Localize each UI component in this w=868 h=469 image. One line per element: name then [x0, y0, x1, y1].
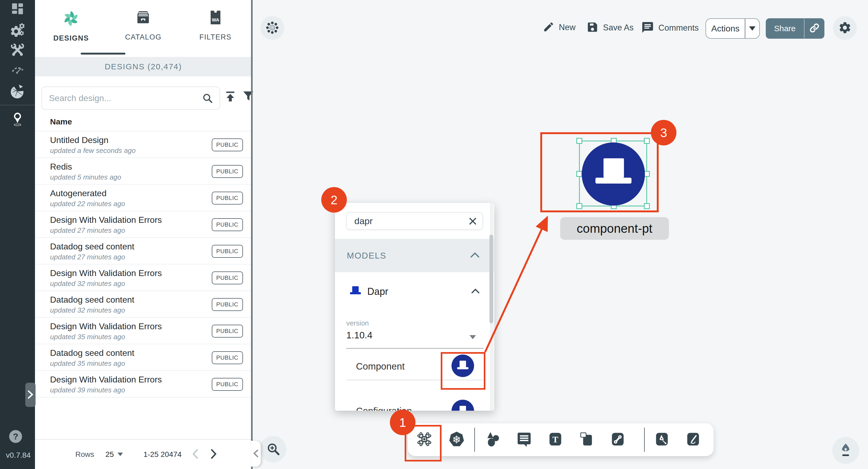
design-name: Design With Validation Errors: [50, 215, 162, 225]
component-list-item[interactable]: Configuration: [335, 383, 494, 411]
tab-catalog[interactable]: CATALOG: [107, 0, 179, 57]
previous-page-button[interactable]: [191, 448, 200, 460]
chain-link-icon: [610, 431, 626, 448]
kubernetes-tool[interactable]: [448, 431, 465, 448]
models-section-header[interactable]: MODELS: [335, 239, 494, 272]
search-icon: [202, 93, 214, 105]
design-row[interactable]: Datadog seed content updated 32 minutes …: [35, 291, 252, 317]
tab-filters-label: FILTERS: [199, 33, 232, 41]
resize-handle[interactable]: [644, 203, 650, 209]
save-as-button[interactable]: Save As: [586, 21, 633, 34]
actions-split-button[interactable]: Actions: [706, 18, 760, 39]
text-tool[interactable]: T: [547, 431, 564, 448]
design-updated: updated 35 minutes ago: [50, 333, 125, 341]
tab-catalog-label: CATALOG: [125, 33, 162, 41]
model-row-dapr[interactable]: Dapr: [335, 281, 494, 302]
toolbar-divider: [644, 428, 645, 452]
design-row[interactable]: Design With Validation Errors updated 39…: [35, 370, 252, 397]
dapr-component-node[interactable]: [582, 142, 645, 206]
design-row[interactable]: Untitled Design updated a few seconds ag…: [35, 131, 252, 158]
design-row[interactable]: Datadog seed content updated 27 minutes …: [35, 237, 252, 264]
actions-label: Actions: [706, 24, 745, 34]
rows-per-page-select[interactable]: 25: [105, 450, 123, 459]
model-search-input[interactable]: [354, 212, 465, 229]
new-design-label: New: [559, 23, 576, 32]
comments-label: Comments: [658, 23, 699, 33]
resize-handle[interactable]: [576, 171, 582, 177]
comments-button[interactable]: Comments: [641, 21, 699, 35]
component-list-item[interactable]: Component: [335, 353, 494, 380]
sidebar-item-toolbox[interactable]: [0, 41, 35, 60]
canvas-settings-button[interactable]: [833, 16, 857, 40]
tab-designs[interactable]: DESIGNS: [35, 0, 107, 57]
toolbar-divider: [474, 428, 475, 452]
design-row[interactable]: Redis updated 5 minutes ago PUBLIC: [35, 158, 252, 184]
chevron-left-icon: [253, 449, 259, 459]
import-design-button[interactable]: [223, 89, 237, 104]
design-row[interactable]: Design With Validation Errors updated 27…: [35, 211, 252, 237]
design-row[interactable]: Design With Validation Errors updated 35…: [35, 317, 252, 344]
dapr-component-icon[interactable]: [452, 355, 474, 377]
next-page-button[interactable]: [209, 448, 218, 460]
design-name: Datadog seed content: [50, 348, 134, 358]
link-tool[interactable]: [609, 431, 626, 448]
copy-link-button[interactable]: [805, 22, 825, 35]
share-split-button[interactable]: Share: [766, 18, 825, 39]
sidebar-item-kanvas[interactable]: [0, 110, 35, 129]
resize-handle[interactable]: [644, 138, 650, 144]
design-row[interactable]: Design With Validation Errors updated 32…: [35, 264, 252, 291]
scrollbar-thumb[interactable]: [489, 235, 493, 323]
design-updated: updated 27 minutes ago: [50, 253, 125, 261]
sticky-note-icon: [579, 431, 594, 448]
resize-handle[interactable]: [576, 203, 582, 209]
note-tool[interactable]: [578, 431, 595, 448]
caret-down-icon[interactable]: [469, 335, 476, 339]
shapes-tool[interactable]: [484, 431, 501, 448]
actions-dropdown-toggle[interactable]: [745, 26, 759, 31]
sidebar-item-performance[interactable]: [0, 60, 35, 79]
comment-tool[interactable]: [516, 431, 533, 448]
resize-handle[interactable]: [576, 138, 582, 144]
zoom-in-button[interactable]: [260, 436, 286, 462]
add-component-tool[interactable]: [416, 431, 433, 448]
shapes-icon: [485, 431, 501, 448]
version-select-underline: [346, 348, 484, 348]
wasm-filter-icon: WA: [208, 10, 223, 27]
drawer-resize-divider[interactable]: [251, 0, 253, 469]
canvas-dock-toggle-button[interactable]: [260, 16, 284, 40]
design-row[interactable]: Autogenerated updated 22 minutes ago PUB…: [35, 184, 252, 211]
design-mode-pen-button[interactable]: [832, 437, 859, 464]
pen-tool[interactable]: [653, 431, 671, 448]
drawer-collapse-handle[interactable]: [251, 441, 261, 467]
filter-designs-button[interactable]: [242, 89, 255, 103]
active-tab-indicator: [81, 53, 125, 55]
design-updated: updated 5 minutes ago: [50, 173, 121, 181]
pen-tool-icon: [654, 431, 670, 448]
comment-bubble-icon: [516, 431, 532, 448]
pencil-icon: [543, 21, 555, 34]
visibility-badge: PUBLIC: [212, 325, 243, 338]
sidebar-item-dashboard[interactable]: [0, 1, 35, 19]
clear-search-button[interactable]: [468, 216, 477, 227]
design-name: Datadog seed content: [50, 242, 134, 252]
tab-filters[interactable]: WA FILTERS: [180, 0, 252, 57]
save-as-label: Save As: [603, 23, 633, 33]
pencil-scribble-icon: [685, 431, 701, 448]
design-row[interactable]: Datadog seed content updated 35 minutes …: [35, 344, 252, 370]
dapr-component-icon[interactable]: [452, 400, 474, 411]
design-search-input[interactable]: [49, 87, 199, 109]
help-button[interactable]: ?: [9, 430, 22, 443]
freehand-draw-tool[interactable]: [684, 431, 702, 448]
new-design-button[interactable]: New: [543, 21, 576, 34]
version-select-value[interactable]: 1.10.4: [346, 330, 372, 340]
design-updated: updated 35 minutes ago: [50, 359, 125, 368]
sidebar-expand-handle[interactable]: [25, 383, 35, 407]
modal-scrollbar[interactable]: [490, 203, 494, 411]
column-header-name: Name: [50, 117, 72, 126]
node-name-label[interactable]: component-pt: [560, 217, 669, 240]
sidebar-item-lifecycle[interactable]: [0, 21, 35, 40]
text-icon: T: [548, 431, 563, 448]
close-icon: [468, 223, 477, 227]
kubernetes-wheel-icon: [448, 431, 465, 448]
sidebar-item-extensions[interactable]: [0, 82, 35, 101]
